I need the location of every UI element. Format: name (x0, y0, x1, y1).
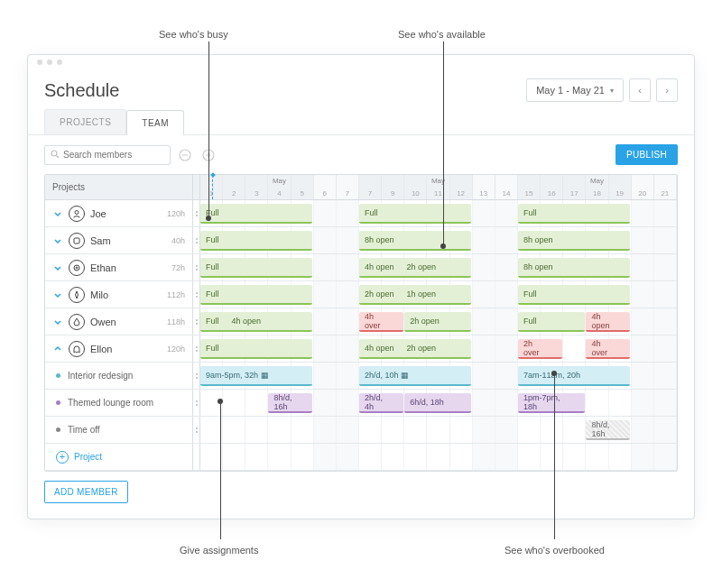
member-row: Milo112hFull2h open1h openFull (45, 281, 677, 308)
drag-handle[interactable] (193, 200, 200, 226)
chevron-down-icon[interactable] (52, 317, 63, 327)
schedule-block[interactable]: 2h open (404, 312, 471, 332)
tabs: PROJECTS TEAM (28, 109, 694, 134)
add-project-row[interactable]: + Project (45, 444, 677, 471)
schedule-block[interactable]: 4h open2h open (359, 339, 471, 359)
member-name: Ethan (90, 262, 116, 273)
add-member-button[interactable]: ADD MEMBER (44, 481, 128, 503)
schedule-block[interactable]: 2h/d, 10h ▦ (359, 366, 471, 386)
schedule-block[interactable]: 2h open1h open (359, 285, 471, 305)
chevron-down-icon[interactable] (52, 289, 63, 300)
schedule-block[interactable]: 4h open2h open (359, 258, 471, 278)
drag-handle[interactable] (193, 390, 200, 416)
drag-handle[interactable] (193, 417, 200, 443)
publish-button[interactable]: PUBLISH (616, 144, 678, 165)
project-row: Themed lounge room8h/d, 16h2h/d, 4h6h/d,… (45, 390, 677, 417)
page-header: Schedule May 1 - May 21 ▾ ‹ › (28, 69, 694, 109)
annotation-busy: See who's busy (159, 29, 228, 40)
day-header: 14 (495, 175, 518, 199)
avatar (69, 260, 85, 276)
member-hours: 40h (171, 236, 185, 245)
window-titlebar (28, 55, 694, 69)
annotation-available: See who's available (398, 29, 486, 40)
drag-handle[interactable] (193, 363, 200, 389)
schedule-block[interactable]: Full (200, 339, 312, 359)
svg-point-10 (76, 267, 78, 269)
member-hours: 120h (167, 209, 185, 218)
schedule-block[interactable]: 7am-11am, 20h (518, 366, 630, 386)
member-row: Sam40hFull8h open8h open (45, 227, 677, 254)
member-hours: 72h (171, 263, 185, 272)
schedule-block[interactable]: Full (359, 204, 471, 224)
avatar (69, 233, 85, 249)
project-label: Themed lounge room (68, 398, 153, 408)
schedule-block[interactable]: Full (518, 285, 630, 305)
day-header: 16 (541, 175, 563, 199)
grid-header-left: Projects (45, 175, 193, 199)
chevron-up-icon[interactable] (52, 344, 63, 354)
schedule-block[interactable]: 4h over (359, 312, 403, 332)
prev-button[interactable]: ‹ (629, 78, 651, 102)
chevron-down-icon[interactable] (52, 262, 63, 273)
schedule-block[interactable]: Full (518, 204, 630, 224)
avatar (69, 314, 85, 330)
day-header: 11May (427, 175, 449, 199)
day-header: 15 (518, 175, 541, 199)
svg-point-9 (74, 265, 79, 271)
drag-handle[interactable] (193, 254, 200, 280)
add-filter-button[interactable] (199, 146, 218, 164)
day-header: 20 (632, 175, 654, 199)
schedule-block[interactable]: 4h over (586, 339, 630, 359)
next-button[interactable]: › (656, 78, 678, 102)
schedule-block[interactable]: 2h over (518, 339, 562, 359)
search-input[interactable] (63, 150, 178, 160)
schedule-block[interactable]: Full (200, 285, 312, 305)
day-header: 2 (223, 175, 245, 199)
schedule-block[interactable]: Full (200, 258, 312, 278)
svg-line-1 (57, 155, 60, 158)
search-box[interactable] (44, 145, 171, 165)
date-range-select[interactable]: May 1 - May 21 ▾ (526, 78, 624, 102)
schedule-block[interactable]: Full (200, 204, 312, 224)
schedule-block[interactable]: 8h open (518, 258, 630, 278)
schedule-block[interactable]: Full (518, 312, 585, 332)
member-name: Ellon (90, 344, 112, 354)
day-header: 5 (292, 175, 314, 199)
avatar (69, 206, 85, 222)
member-row: Owen118hFull4h open4h over2h openFull4h … (45, 308, 677, 335)
plus-icon: + (56, 451, 69, 464)
svg-rect-8 (74, 238, 79, 243)
schedule-block[interactable]: 9am-5pm, 32h ▦ (200, 366, 312, 386)
drag-handle[interactable] (193, 227, 200, 253)
drag-handle[interactable] (193, 308, 200, 335)
day-header: 7 (337, 175, 359, 199)
schedule-block[interactable]: 8h/d, 16h (586, 420, 630, 440)
schedule-block[interactable]: 2h/d, 4h (359, 393, 403, 413)
schedule-block[interactable]: 8h open (359, 231, 471, 251)
schedule-block[interactable]: 6h/d, 18h (404, 393, 471, 413)
tab-team[interactable]: TEAM (126, 110, 184, 135)
app-window: Schedule May 1 - May 21 ▾ ‹ › PROJECTS T… (27, 54, 695, 519)
tab-projects[interactable]: PROJECTS (44, 109, 126, 134)
schedule-block[interactable]: Full4h open (200, 312, 312, 332)
chevron-down-icon[interactable] (52, 235, 63, 246)
schedule-block[interactable]: 8h/d, 16h (268, 393, 312, 413)
member-row: Joe120hFullFullFull (45, 200, 677, 227)
member-row: Ellon120hFull4h open2h open2h over4h ove… (45, 335, 677, 363)
drag-handle[interactable] (193, 335, 200, 362)
drag-handle[interactable] (193, 281, 200, 308)
chevron-down-icon[interactable] (52, 208, 63, 219)
day-header: 6 (314, 175, 337, 199)
member-row: Ethan72hFull4h open2h open8h open (45, 254, 677, 281)
schedule-block[interactable]: 8h open (518, 231, 630, 251)
clear-filter-button[interactable] (176, 146, 194, 164)
toolbar: PUBLISH (28, 134, 694, 174)
day-header: 9 (382, 175, 404, 199)
schedule-block[interactable]: 1pm-7pm, 18h (518, 393, 585, 413)
chevron-down-icon: ▾ (610, 87, 614, 95)
schedule-block[interactable]: 4h open (586, 312, 630, 332)
bullet-icon (56, 373, 60, 378)
day-header: 17 (563, 175, 586, 199)
schedule-block[interactable]: Full (200, 231, 312, 251)
bullet-icon (56, 427, 60, 432)
